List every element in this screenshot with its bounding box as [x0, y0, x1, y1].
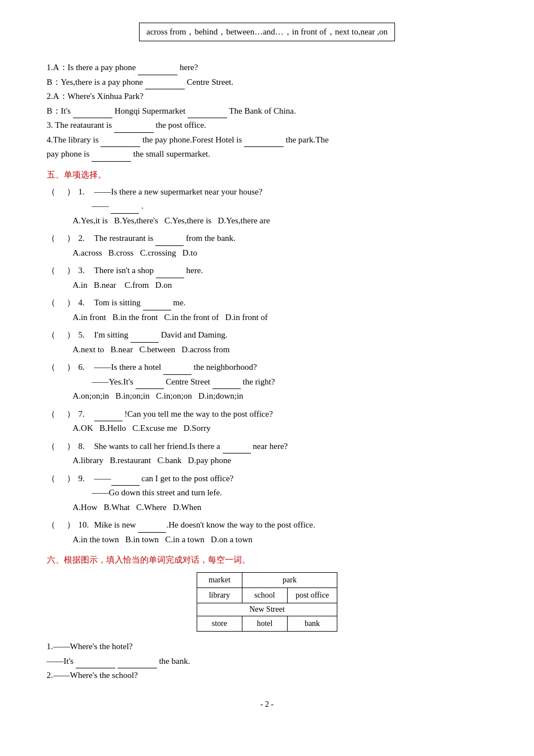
- mc-paren-left-10: （: [47, 518, 55, 533]
- fill-q1a: 1.A：Is there a pay phone here?: [47, 61, 488, 75]
- fill-q3-text: 3. The reataurant is: [47, 120, 112, 129]
- mc-item-8: （ ） 8. She wants to call her friend.Is t…: [47, 439, 488, 468]
- mc-bracket-5: [57, 328, 67, 343]
- page-number: - 2 -: [47, 700, 488, 709]
- fill-q2b-after: The Bank of China.: [229, 106, 296, 115]
- mc-num-2: 2.: [79, 231, 94, 246]
- mc-paren-left-4: （: [47, 296, 55, 310]
- mc-item-6-row: （ ） 6. ——Is there a hotel the neighborho…: [47, 360, 488, 375]
- mc-bracket-7: [57, 407, 67, 422]
- mc-paren-right-6: ）: [67, 360, 75, 375]
- mc-paren-right-1: ）: [67, 185, 75, 200]
- mc-q2-text: The restraurant is from the bank.: [94, 231, 488, 246]
- mc-paren-left-9: （: [47, 472, 55, 486]
- mc-item-8-row: （ ） 8. She wants to call her friend.Is t…: [47, 439, 488, 454]
- mc-item-4: （ ） 4. Tom is sitting me. A.in front B.i…: [47, 296, 488, 325]
- fill-q2a-label: 2.A：Where's Xinhua Park?: [47, 92, 144, 101]
- mc-num-4: 4.: [79, 296, 94, 310]
- mc-q1-blank: [111, 205, 139, 214]
- mc-q3-text: There isn't a shop here.: [94, 263, 488, 278]
- mc-paren-right-8: ）: [67, 439, 75, 454]
- mc-item-3: （ ） 3. There isn't a shop here. A.in B.n…: [47, 263, 488, 292]
- mc-q3-blank: [156, 269, 184, 278]
- mc-item-5: （ ） 5. I'm sitting David and Daming. A.n…: [47, 328, 488, 357]
- mc-q7-text: !Can you tell me the way to the post off…: [94, 407, 488, 422]
- fill-q4: 4.The library is the pay phone.Forest Ho…: [47, 133, 488, 148]
- fill-q2b: B：It's Hongqi Supermarket The Bank of Ch…: [47, 104, 488, 119]
- mc-bracket-8: [57, 439, 67, 454]
- mc-q2-blank: [155, 237, 184, 246]
- mc-paren-left-7: （: [47, 407, 55, 422]
- fill-q4-cont: pay phone is the small supermarket.: [47, 147, 488, 162]
- fill-q2b-blank2: [188, 109, 227, 118]
- s6-d1-blank2: [118, 659, 157, 668]
- section6-dialogues: 1.——Where's the hotel? ——It's the bank. …: [47, 640, 488, 683]
- map-table: market park library school post office N…: [197, 572, 337, 632]
- mc-q4-text: Tom is sitting me.: [94, 296, 488, 310]
- mc-bracket-10: [57, 518, 67, 533]
- map-row-street: New Street: [197, 603, 337, 616]
- section6: 六、根据图示，填入恰当的单词完成对话，每空一词。 market park lib…: [47, 555, 488, 683]
- fill-q4-mid2: the park.The: [286, 135, 329, 144]
- fill-q2b-mid: Hongqi Supermarket: [115, 106, 185, 115]
- mc-q4-options: A.in front B.in the front C.in the front…: [47, 310, 488, 325]
- map-cell-library: library: [197, 588, 242, 603]
- fill-q1a-after: here?: [180, 63, 198, 72]
- mc-q6-text: ——Is there a hotel the neighborhood?: [94, 360, 488, 375]
- mc-paren-right-4: ）: [67, 296, 75, 310]
- mc-q8-text: She wants to call her friend.Is there a …: [94, 439, 488, 454]
- mc-bracket-2: [57, 231, 67, 246]
- mc-q6-options: A.on;on;in B.in;on;in C.in;on;on D.in;do…: [47, 389, 488, 404]
- reference-box: across from，behind，between…and…，in front…: [139, 23, 395, 41]
- mc-item-5-row: （ ） 5. I'm sitting David and Daming.: [47, 328, 488, 343]
- mc-q9-blank: [111, 477, 140, 486]
- mc-item-3-row: （ ） 3. There isn't a shop here.: [47, 263, 488, 278]
- mc-q1-dash: ——: [92, 201, 109, 210]
- s6-d1-a: ——It's the bank.: [47, 654, 488, 669]
- mc-q10-text: Mike is new .He doesn't know the way to …: [94, 518, 488, 533]
- fill-q1b-after: Centre Street.: [187, 77, 233, 87]
- fill-q4-mid1: the pay phone.Forest Hotel is: [142, 135, 242, 144]
- mc-item-2-row: （ ） 2. The restraurant is from the bank.: [47, 231, 488, 246]
- s6-d2-q: 2.——Where's the school?: [47, 668, 488, 683]
- mc-num-5: 5.: [79, 328, 94, 343]
- mc-q10-options: A.in the town B.in town C.in a town D.on…: [47, 533, 488, 547]
- map-row-2: library school post office: [197, 588, 337, 603]
- section5: 五、单项选择。 （ ） 1. ——Is there a new supermar…: [47, 170, 488, 547]
- mc-item-6: （ ） 6. ——Is there a hotel the neighborho…: [47, 360, 488, 404]
- mc-q6-blank3: [212, 380, 241, 389]
- mc-item-10: （ ） 10. Mike is new .He doesn't know the…: [47, 518, 488, 547]
- mc-q8-options: A.library B.restaurant C.bank D.pay phon…: [47, 453, 488, 468]
- map-cell-bank: bank: [287, 616, 337, 632]
- map-cell-store: store: [197, 616, 242, 632]
- mc-num-1: 1.: [79, 185, 94, 200]
- fill-q2b-blank1: [73, 109, 112, 118]
- fill-q4-text: 4.The library is: [47, 135, 99, 144]
- fill-q1a-blank: [138, 66, 177, 75]
- map-cell-hotel: hotel: [242, 616, 287, 632]
- mc-num-7: 7.: [79, 407, 94, 422]
- fill-q4-cont-text: pay phone is: [47, 149, 90, 158]
- mc-bracket-9: [57, 472, 67, 486]
- mc-paren-left-2: （: [47, 231, 55, 246]
- mc-num-6: 6.: [79, 360, 94, 375]
- fill-section: 1.A：Is there a pay phone here? B：Yes,the…: [47, 61, 488, 162]
- mc-bracket-3: [57, 263, 67, 278]
- fill-q1b: B：Yes,there is a pay phone Centre Street…: [47, 75, 488, 90]
- fill-q1b-blank: [145, 80, 185, 89]
- mc-item-1: （ ） 1. ——Is there a new supermarket near…: [47, 185, 488, 228]
- mc-item-4-row: （ ） 4. Tom is sitting me.: [47, 296, 488, 310]
- fill-q2b-label: B：It's: [47, 106, 71, 115]
- mc-paren-right-7: ）: [67, 407, 75, 422]
- mc-paren-left-1: （: [47, 185, 55, 200]
- mc-num-8: 8.: [79, 439, 94, 454]
- mc-q1-text: ——Is there a new supermarket near your h…: [94, 185, 488, 200]
- mc-paren-right-9: ）: [67, 472, 75, 486]
- mc-q1-options: A.Yes,it is B.Yes,there's C.Yes,there is…: [47, 214, 488, 228]
- mc-q9-line2: ——Go down this street and turn lefe.: [47, 486, 488, 500]
- fill-q3-blank: [114, 124, 154, 133]
- fill-q4-blank1: [101, 138, 140, 147]
- map-row-3: store hotel bank: [197, 616, 337, 632]
- fill-q4-blank2: [244, 138, 284, 147]
- fill-q1a-label: 1.A：Is there a pay phone: [47, 63, 136, 72]
